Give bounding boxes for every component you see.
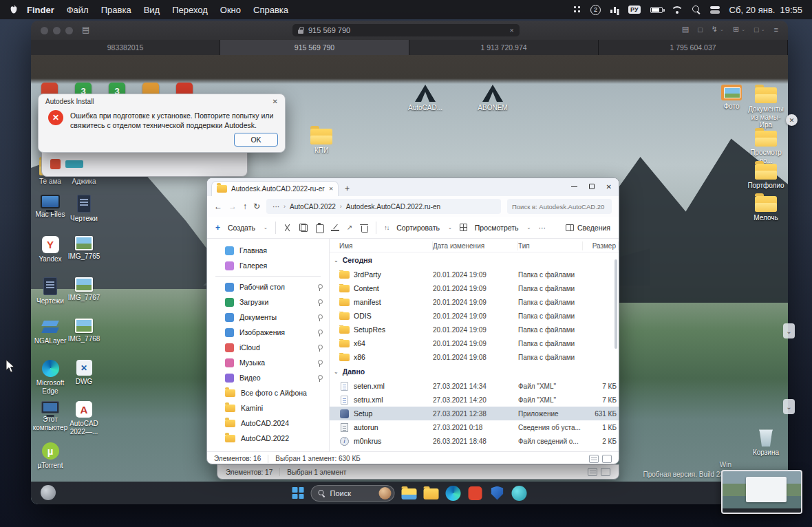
battery-icon[interactable]	[650, 7, 663, 13]
sidebar-item[interactable]: Документы	[207, 310, 329, 325]
desktop-icon[interactable]: Просмотр до...	[746, 128, 786, 164]
new-icon[interactable]: +	[215, 223, 220, 233]
sidebar-item[interactable]: Рабочий стол	[207, 279, 329, 294]
parallels-badge-icon[interactable]: 2	[590, 5, 601, 15]
search-icon[interactable]	[692, 6, 701, 14]
explorer-icon[interactable]	[402, 488, 417, 499]
edge-icon[interactable]	[446, 486, 461, 501]
file-row[interactable]: seten.xml27.03.2021 14:34Файл "XML"7 КБ	[330, 379, 619, 393]
column-header[interactable]: Тип	[518, 241, 583, 250]
sidebar-item[interactable]: Все фото с Айфона	[207, 385, 329, 400]
menubar-app-name[interactable]: Finder	[21, 5, 61, 15]
page-icon[interactable]: ▤	[682, 25, 689, 34]
app-teal-icon[interactable]	[512, 486, 527, 501]
desktop-icon[interactable]: Чертежи	[64, 195, 104, 223]
rename-icon[interactable]	[331, 224, 339, 232]
vm-tab[interactable]: 983382015	[31, 40, 220, 55]
share-icon[interactable]: ↗	[347, 224, 352, 231]
group-header[interactable]: ⌄Давно	[330, 364, 619, 379]
more-button[interactable]: ···	[538, 224, 546, 232]
view-details-icon[interactable]	[602, 455, 612, 463]
activity-icon[interactable]	[610, 6, 619, 13]
breadcrumb-ellipsis[interactable]: ···	[273, 203, 279, 211]
file-row[interactable]: Setup27.03.2021 12:38Приложение631 КБ	[330, 407, 619, 420]
desktop-icon[interactable]: Корзина	[746, 429, 786, 457]
desktop-icon[interactable]: ABONEM	[473, 85, 513, 112]
ok-button[interactable]: OK	[234, 133, 278, 147]
column-header[interactable]: Размер	[583, 241, 619, 250]
display-icon[interactable]: □	[698, 25, 703, 34]
column-header[interactable]: Дата изменения	[433, 241, 518, 250]
delete-icon[interactable]	[360, 224, 368, 232]
new-tab-button[interactable]: +	[345, 184, 350, 193]
control-center-icon[interactable]	[710, 6, 720, 14]
tab-close-icon[interactable]: ✕	[329, 186, 334, 192]
side-close-icon[interactable]: ✕	[786, 114, 798, 126]
defender-icon[interactable]	[491, 486, 504, 500]
sidebar-item[interactable]: Kamini	[207, 400, 329, 416]
view-details-icon[interactable]	[601, 468, 610, 476]
grid-menu[interactable]: ⊞⌄	[733, 25, 745, 34]
sidebar-item[interactable]: Главная	[207, 243, 329, 258]
details-button[interactable]: Сведения	[577, 224, 610, 232]
column-header[interactable]: Имя	[330, 241, 433, 250]
desktop-icon[interactable]: Документы из мамы-Ира	[746, 85, 786, 129]
desktop-icon[interactable]: µµTorrent	[31, 442, 70, 470]
file-row[interactable]: autorun27.03.2021 0:18Сведения об уста..…	[330, 420, 619, 434]
sidebar-toggle-icon[interactable]: ▤	[82, 25, 89, 34]
apple-icon[interactable]	[10, 5, 18, 15]
sort-button[interactable]: Сортировать	[396, 224, 440, 232]
windows-desktop[interactable]: 33Mac FilesЧертежиYYandexIMG_7765Чертежи…	[31, 55, 788, 504]
view-list-icon[interactable]	[589, 455, 599, 463]
pip-preview[interactable]	[721, 470, 802, 514]
menubar-item[interactable]: Справка	[247, 5, 295, 15]
taskbar-search[interactable]: Поиск	[311, 485, 395, 502]
menubar-item[interactable]: Окно	[214, 5, 247, 15]
wifi-icon[interactable]	[672, 6, 683, 14]
desktop-icon[interactable]: IMG_7767	[64, 277, 104, 302]
background-explorer-statusbar[interactable]: Элементов: 17 Выбран 1 элемент	[217, 464, 619, 480]
group-header[interactable]: ⌄Сегодня	[330, 252, 619, 268]
side-chevron-down-icon[interactable]: ⌄	[783, 323, 795, 338]
menubar-item[interactable]: Переход	[166, 5, 214, 15]
desktop-icon[interactable]: Мелочь	[746, 193, 786, 222]
sidebar-item[interactable]: Галерея	[207, 258, 329, 273]
file-row[interactable]: Content20.01.2024 19:09Папка с файлами	[330, 281, 619, 295]
back-icon[interactable]: ←	[214, 202, 222, 211]
file-row[interactable]: ODIS20.01.2024 19:09Папка с файлами	[330, 309, 619, 323]
up-icon[interactable]: ↑	[243, 202, 247, 211]
traffic-light-zoom[interactable]	[65, 27, 73, 34]
grid-icon[interactable]	[574, 6, 581, 13]
sidebar-item[interactable]: AutoCAD.2024	[207, 416, 329, 431]
widgets-icon[interactable]	[41, 485, 56, 500]
desktop-icon[interactable]: AAutoCAD 2022—...	[64, 401, 104, 435]
desktop-icon[interactable]: AutoCAD...	[405, 85, 445, 112]
side-chevron-down-icon-2[interactable]: ⌄	[783, 399, 795, 414]
menubar-item[interactable]: Правка	[95, 5, 138, 15]
scrollbar[interactable]	[615, 259, 617, 349]
file-row[interactable]: setru.xml27.03.2021 14:20Файл "XML"7 КБ	[330, 393, 619, 407]
view-list-icon[interactable]	[588, 468, 597, 476]
forward-icon[interactable]: →	[228, 202, 237, 211]
refresh-icon[interactable]: ↻	[253, 202, 260, 211]
traffic-light-minimize[interactable]	[53, 27, 61, 34]
paste-icon[interactable]	[315, 224, 323, 232]
desktop-icon[interactable]: IMG_7765	[64, 236, 104, 261]
traffic-light-close[interactable]	[41, 27, 48, 34]
breadcrumb-item[interactable]: AutoCAD.2022	[290, 203, 336, 211]
copy-icon[interactable]	[299, 224, 308, 232]
window-menu[interactable]: □⌄	[754, 25, 765, 34]
view-button[interactable]: Просмотреть	[475, 224, 519, 232]
keyboard-layout-badge[interactable]: РУ	[628, 6, 640, 14]
sidebar-item[interactable]: Изображения	[207, 325, 329, 340]
vm-tab[interactable]: 915 569 790	[220, 40, 409, 55]
file-row[interactable]: 3rdParty20.01.2024 19:09Папка с файлами	[330, 268, 619, 281]
hamburger-menu-icon[interactable]: ≡	[774, 25, 778, 34]
file-row[interactable]: m0nkrus26.03.2021 18:48Файл сведений о..…	[330, 434, 619, 448]
file-row[interactable]: x6420.01.2024 19:09Папка с файлами	[330, 336, 619, 350]
close-icon[interactable]: ✕	[606, 183, 612, 191]
app-red-icon[interactable]	[469, 486, 482, 500]
search-input[interactable]: Поиск в: Autodesk.AutoCAD.20	[507, 199, 612, 214]
close-icon[interactable]: ✕	[273, 98, 278, 105]
sidebar-item[interactable]: Загрузки	[207, 294, 329, 310]
